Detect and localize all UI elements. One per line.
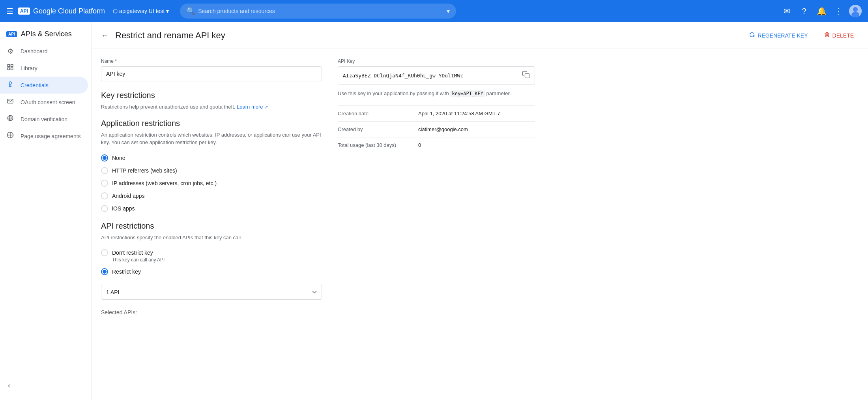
creation-date-value: April 1, 2020 at 11:24:58 AM GMT-7 <box>418 111 500 116</box>
delete-button[interactable]: DELETE <box>819 28 859 42</box>
radio-restrict[interactable]: Restrict key <box>101 268 322 275</box>
total-usage-value: 0 <box>418 142 421 148</box>
api-restrictions-desc: API restrictions specify the enabled API… <box>101 234 322 242</box>
sidebar-item-credentials[interactable]: Credentials <box>0 77 88 94</box>
layout: API APIs & Services ⚙ Dashboard Library … <box>0 22 868 400</box>
hamburger-icon[interactable]: ☰ <box>6 6 13 16</box>
back-icon: ← <box>101 31 109 40</box>
key-restrictions-desc: Restrictions help prevent unauthorized u… <box>101 103 322 111</box>
learn-more-link[interactable]: Learn more ↗ <box>237 104 268 110</box>
regenerate-label: REGENERATE KEY <box>758 32 808 39</box>
api-restrictions-section: API restrictions API restrictions specif… <box>101 222 322 316</box>
search-input[interactable] <box>198 8 443 14</box>
api-key-info-table: Creation date April 1, 2020 at 11:24:58 … <box>338 105 535 153</box>
sidebar-item-library[interactable]: Library <box>0 60 88 77</box>
radio-android-circle <box>101 192 108 199</box>
app-title: Google Cloud Platform <box>33 7 105 15</box>
application-restrictions-section: Application restrictions An application … <box>101 119 322 212</box>
sidebar-label-domain: Domain verification <box>21 116 67 122</box>
created-by-key: Created by <box>338 126 409 132</box>
name-input[interactable] <box>101 66 322 81</box>
api-key-label: API Key <box>338 58 535 64</box>
info-row-creation-date: Creation date April 1, 2020 at 11:24:58 … <box>338 106 535 122</box>
project-icon: ⬡ <box>113 8 118 14</box>
copy-button[interactable] <box>522 71 530 81</box>
radio-none-circle <box>101 154 108 162</box>
project-name: apigateway UI test <box>119 8 165 14</box>
sidebar-item-oauth[interactable]: OAuth consent screen <box>0 94 88 111</box>
api-key-hint: Use this key in your application by pass… <box>338 90 535 98</box>
app-restrictions-title: Application restrictions <box>101 119 322 128</box>
sidebar-label-library: Library <box>21 65 37 71</box>
app-restrictions-desc: An application restriction controls whic… <box>101 131 322 146</box>
radio-android[interactable]: Android apps <box>101 192 322 199</box>
radio-dont-restrict[interactable]: Don't restrict key <box>101 249 322 256</box>
api-key-value: AIzaSyBEZ-DClnQjaN4f_RUh0hL_gw-YDultMWc <box>343 73 519 79</box>
notification-icon[interactable]: 🔔 <box>814 4 829 18</box>
sidebar-item-page-usage[interactable]: Page usage agreements <box>0 128 88 145</box>
api-dropdown-group: 1 API 2 APIs 3 APIs <box>101 285 322 300</box>
info-row-total-usage: Total usage (last 30 days) 0 <box>338 137 535 153</box>
search-icon: 🔍 <box>186 7 195 15</box>
delete-label: DELETE <box>832 32 854 39</box>
content-right: API Key AIzaSyBEZ-DClnQjaN4f_RUh0hL_gw-Y… <box>338 58 535 315</box>
avatar[interactable] <box>849 5 862 17</box>
main-content: ← Restrict and rename API key REGENERATE… <box>92 22 868 400</box>
help-icon[interactable]: ? <box>797 4 811 18</box>
regenerate-key-button[interactable]: REGENERATE KEY <box>744 28 812 42</box>
svg-rect-6 <box>11 68 13 70</box>
key-restrictions-section: Key restrictions Restrictions help preve… <box>101 91 322 111</box>
radio-http-label: HTTP referrers (web sites) <box>112 167 177 174</box>
svg-rect-4 <box>11 64 13 66</box>
sidebar-api-badge: API <box>6 31 17 37</box>
library-icon <box>6 64 14 73</box>
selected-apis-label: Selected APIs: <box>101 309 322 315</box>
radio-ip-circle <box>101 180 108 187</box>
sidebar-label-oauth: OAuth consent screen <box>21 99 75 105</box>
search-bar[interactable]: 🔍 ▾ <box>180 4 456 19</box>
credentials-icon <box>6 81 14 90</box>
collapse-icon: ‹ <box>8 381 10 390</box>
api-restrictions-radio-group: Don't restrict key This key can call any… <box>101 249 322 275</box>
sidebar-item-dashboard[interactable]: ⚙ Dashboard <box>0 43 88 60</box>
back-button[interactable]: ← <box>101 31 109 40</box>
app-logo: API Google Cloud Platform <box>18 7 105 15</box>
radio-dont-restrict-label: Don't restrict key <box>112 250 153 256</box>
radio-restrict-circle <box>101 268 108 275</box>
sidebar-item-domain[interactable]: Domain verification <box>0 111 88 128</box>
svg-point-1 <box>853 7 858 12</box>
nav-actions: ✉ ? 🔔 ⋮ <box>780 4 862 18</box>
radio-ios-circle <box>101 205 108 212</box>
more-options-icon[interactable]: ⋮ <box>832 4 846 18</box>
delete-icon <box>824 32 830 39</box>
api-select-dropdown[interactable]: 1 API 2 APIs 3 APIs <box>101 285 322 300</box>
sidebar: API APIs & Services ⚙ Dashboard Library … <box>0 22 92 400</box>
svg-rect-3 <box>7 64 9 66</box>
radio-ip-label: IP addresses (web servers, cron jobs, et… <box>112 180 217 186</box>
creation-date-key: Creation date <box>338 111 409 116</box>
radio-ip[interactable]: IP addresses (web servers, cron jobs, et… <box>101 180 322 187</box>
email-icon[interactable]: ✉ <box>780 4 794 18</box>
domain-icon <box>6 115 14 124</box>
sidebar-header: API APIs & Services <box>0 25 91 43</box>
page-header: ← Restrict and rename API key REGENERATE… <box>92 22 868 49</box>
name-field-group: Name * <box>101 58 322 81</box>
api-restrictions-title: API restrictions <box>101 222 322 231</box>
oauth-icon <box>6 98 14 107</box>
project-selector[interactable]: ⬡ apigateway UI test ▾ <box>113 8 169 14</box>
radio-android-label: Android apps <box>112 193 145 199</box>
search-dropdown-icon[interactable]: ▾ <box>447 8 450 15</box>
radio-http[interactable]: HTTP referrers (web sites) <box>101 167 322 174</box>
key-restrictions-title: Key restrictions <box>101 91 322 100</box>
external-link-icon: ↗ <box>264 105 268 109</box>
content-left: Name * Key restrictions Restrictions hel… <box>101 58 322 315</box>
dashboard-icon: ⚙ <box>6 47 14 56</box>
radio-ios-label: iOS apps <box>112 205 135 212</box>
radio-ios[interactable]: iOS apps <box>101 205 322 212</box>
sidebar-collapse-btn[interactable]: ‹ <box>0 377 18 394</box>
radio-dont-restrict-circle <box>101 249 108 256</box>
radio-dont-restrict-stack: Don't restrict key This key can call any… <box>101 249 322 263</box>
top-nav: ☰ API Google Cloud Platform ⬡ apigateway… <box>0 0 868 22</box>
radio-none[interactable]: None <box>101 154 322 162</box>
content-area: Name * Key restrictions Restrictions hel… <box>92 49 868 325</box>
